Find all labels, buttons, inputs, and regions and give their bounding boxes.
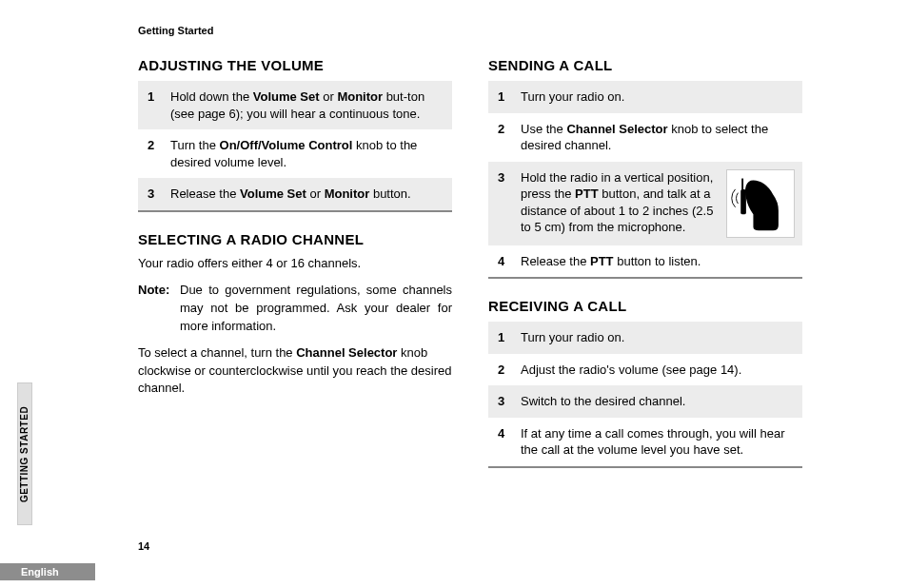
channel-howto: To select a channel, turn the Channel Se… <box>138 344 452 397</box>
step-row: 3 Switch to the desired channel. <box>488 385 802 418</box>
page-body: Getting Started ADJUSTING THE VOLUME 1 H… <box>138 25 804 487</box>
step-text: Turn your radio on. <box>521 88 795 106</box>
volume-steps: 1 Hold down the Volume Set or Monitor bu… <box>138 81 452 212</box>
step-number: 2 <box>498 362 521 379</box>
step-row: 4 Release the PTT button to listen. <box>488 245 802 278</box>
columns: ADJUSTING THE VOLUME 1 Hold down the Vol… <box>138 53 804 487</box>
sending-steps: 1 Turn your radio on. 2 Use the Channel … <box>488 81 802 279</box>
step-number: 3 <box>498 169 521 238</box>
section-title-channel: SELECTING A RADIO CHANNEL <box>138 231 452 247</box>
channel-intro: Your radio offers either 4 or 16 channel… <box>138 255 452 272</box>
step-row: 4 If at any time a call comes through, y… <box>488 418 802 466</box>
step-text: Switch to the desired channel. <box>521 393 795 410</box>
step-row: 2 Turn the On/Off/Volume Control knob to… <box>138 129 452 178</box>
page-header: Getting Started <box>138 25 804 36</box>
section-title-receiving: RECEIVING A CALL <box>488 298 802 314</box>
language-label: English <box>21 566 59 578</box>
svg-rect-0 <box>740 189 746 214</box>
note: Note: Due to government regulations, som… <box>138 282 452 336</box>
step-row: 1 Hold down the Volume Set or Monitor bu… <box>138 81 452 129</box>
language-bar: English <box>0 563 95 580</box>
step-row: 3 Hold the radio in a vertical position,… <box>488 162 802 245</box>
step-number: 4 <box>498 425 521 459</box>
step-text: Use the Channel Selector knob to select … <box>521 121 795 154</box>
step-text: Release the PTT button to listen. <box>521 253 795 270</box>
step-number: 1 <box>498 329 521 346</box>
right-column: SENDING A CALL 1 Turn your radio on. 2 U… <box>488 53 802 487</box>
page-number: 14 <box>138 540 149 552</box>
radio-talk-icon <box>726 169 795 238</box>
step-row: 2 Adjust the radio's volume (see page 14… <box>488 354 802 386</box>
step-row: 1 Turn your radio on. <box>488 81 802 113</box>
step-row: 1 Turn your radio on. <box>488 322 802 354</box>
step-row: 3 Release the Volume Set or Monitor butt… <box>138 178 452 210</box>
step-text: Turn the On/Off/Volume Control knob to t… <box>170 137 444 170</box>
section-title-volume: ADJUSTING THE VOLUME <box>138 57 452 73</box>
step-number: 4 <box>498 253 521 270</box>
step-text: Turn your radio on. <box>521 329 795 346</box>
svg-rect-1 <box>741 178 743 190</box>
step-row: 2 Use the Channel Selector knob to selec… <box>488 113 802 162</box>
step-text: Hold the radio in a vertical position, p… <box>521 169 719 238</box>
section-title-sending: SENDING A CALL <box>488 57 802 73</box>
step-text: If at any time a call comes through, you… <box>521 425 795 459</box>
step-text: Release the Volume Set or Monitor button… <box>170 186 444 203</box>
step-number: 2 <box>498 121 521 154</box>
left-column: ADJUSTING THE VOLUME 1 Hold down the Vol… <box>138 53 452 487</box>
step-number: 1 <box>498 88 521 106</box>
step-text: Adjust the radio's volume (see page 14). <box>521 362 795 379</box>
note-body: Due to government regulations, some chan… <box>180 282 452 336</box>
side-tab-label: GETTING STARTED <box>20 405 30 501</box>
side-tab: GETTING STARTED <box>17 382 32 525</box>
step-text: Hold down the Volume Set or Monitor but-… <box>170 88 444 122</box>
receiving-steps: 1 Turn your radio on. 2 Adjust the radio… <box>488 322 802 468</box>
step-number: 3 <box>498 393 521 410</box>
step-number: 2 <box>148 137 170 170</box>
step-number: 3 <box>148 186 170 203</box>
note-label: Note: <box>138 282 180 336</box>
step-number: 1 <box>148 88 170 122</box>
